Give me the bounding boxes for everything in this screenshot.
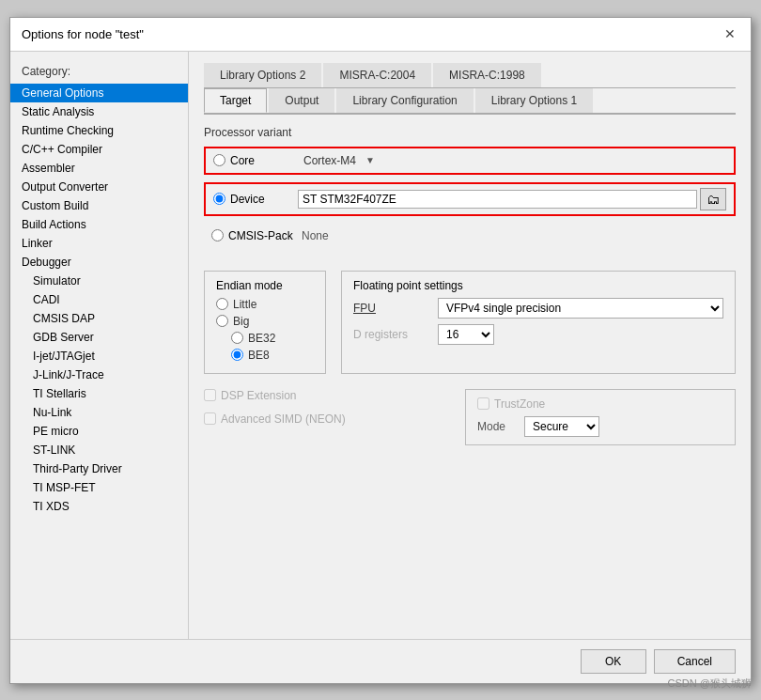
device-radio-label[interactable]: Device	[213, 193, 298, 206]
trustzone-check[interactable]: TrustZone	[477, 397, 723, 411]
device-browse-icon: 🗂	[707, 192, 720, 207]
simd-checkbox[interactable]	[204, 412, 216, 425]
tabs-top: Library Options 2 MISRA-C:2004 MISRA-C:1…	[204, 63, 736, 88]
sidebar-item-gdb-server[interactable]: GDB Server	[10, 328, 188, 347]
close-button[interactable]: ✕	[721, 24, 739, 43]
device-field-row: Device 🗂	[204, 182, 736, 216]
tab-misra-c-2004[interactable]: MISRA-C:2004	[323, 63, 431, 87]
sidebar-item-custom-build[interactable]: Custom Build	[10, 196, 188, 215]
tab-output[interactable]: Output	[269, 88, 334, 113]
sidebar-item-static-analysis[interactable]: Static Analysis	[10, 102, 188, 121]
mode-select[interactable]: Secure	[524, 416, 599, 437]
fpu-row: FPU VFPv4 single precision	[353, 298, 723, 319]
cmsis-label-text: CMSIS-Pack	[228, 229, 293, 242]
sidebar-item-nu-link[interactable]: Nu-Link	[10, 403, 188, 422]
endian-little-item[interactable]: Little	[216, 298, 314, 311]
dsp-simd-group: DSP Extension Advanced SIMD (NEON)	[204, 389, 450, 445]
endian-mode-title: Endian mode	[216, 279, 314, 292]
bottom-row: DSP Extension Advanced SIMD (NEON) Trust…	[204, 389, 736, 445]
sidebar-item-output-converter[interactable]: Output Converter	[10, 178, 188, 196]
sidebar-item-ti-xds[interactable]: TI XDS	[10, 497, 188, 516]
sidebar-item-st-link[interactable]: ST-LINK	[10, 441, 188, 459]
endian-big-item[interactable]: Big	[216, 315, 314, 328]
float-settings-title: Floating point settings	[353, 279, 723, 292]
fpu-select[interactable]: VFPv4 single precision	[438, 298, 723, 319]
endian-be8-item[interactable]: BE8	[231, 349, 314, 362]
cancel-button[interactable]: Cancel	[654, 649, 736, 674]
sidebar-item-assembler[interactable]: Assembler	[10, 159, 188, 178]
dreg-label: D registers	[353, 328, 438, 341]
dialog-title: Options for node "test"	[22, 27, 144, 41]
endian-little-label: Little	[233, 298, 256, 311]
tab-library-options-2[interactable]: Library Options 2	[204, 63, 321, 87]
tabs-bottom: Target Output Library Configuration Libr…	[204, 88, 736, 115]
cmsis-row: CMSIS-Pack None	[204, 224, 736, 248]
left-panel: Category: General Options Static Analysi…	[10, 52, 189, 639]
sidebar-item-linker[interactable]: Linker	[10, 234, 188, 253]
sidebar-item-third-party[interactable]: Third-Party Driver	[10, 459, 188, 478]
dsp-label: DSP Extension	[221, 389, 297, 402]
dialog-footer: OK Cancel	[10, 639, 751, 683]
sidebar-item-cadi[interactable]: CADI	[10, 290, 188, 309]
endian-be8-label: BE8	[248, 349, 270, 362]
dsp-checkbox[interactable]	[204, 389, 216, 401]
processor-variant-label: Processor variant	[204, 126, 736, 139]
cmsis-value: None	[296, 227, 334, 244]
fpu-label: FPU	[353, 302, 438, 315]
tab-library-options-1[interactable]: Library Options 1	[475, 88, 593, 113]
dreg-row: D registers 16	[353, 324, 723, 345]
tab-misra-c-1998[interactable]: MISRA-C:1998	[433, 63, 541, 87]
tab-content: Processor variant Core Cortex-M4 ▼	[204, 126, 736, 628]
trustzone-box: TrustZone Mode Secure	[465, 389, 736, 445]
sidebar-item-pe-micro[interactable]: PE micro	[10, 422, 188, 441]
sidebar-item-cmsis-dap[interactable]: CMSIS DAP	[10, 309, 188, 328]
sidebar-item-ti-stellaris[interactable]: TI Stellaris	[10, 384, 188, 403]
right-panel: Library Options 2 MISRA-C:2004 MISRA-C:1…	[189, 52, 751, 639]
ok-button[interactable]: OK	[581, 649, 646, 674]
device-value-row: 🗂	[298, 188, 726, 210]
sidebar-item-ijet[interactable]: I-jet/JTAGjet	[10, 347, 188, 366]
sidebar-item-debugger[interactable]: Debugger	[10, 253, 188, 272]
core-label-text: Core	[230, 154, 255, 167]
float-settings-box: Floating point settings FPU VFPv4 single…	[341, 271, 736, 374]
mode-label: Mode	[477, 420, 524, 433]
tab-target[interactable]: Target	[204, 88, 267, 113]
dsp-check[interactable]: DSP Extension	[204, 389, 450, 402]
endian-float-row: Endian mode Little Big BE32	[204, 271, 736, 374]
device-radio[interactable]	[213, 193, 225, 205]
core-field-row: Core Cortex-M4 ▼	[204, 147, 736, 175]
sidebar-item-build-actions[interactable]: Build Actions	[10, 215, 188, 234]
core-value-row: Cortex-M4 ▼	[298, 152, 726, 169]
sidebar-item-runtime-checking[interactable]: Runtime Checking	[10, 121, 188, 140]
device-input[interactable]	[298, 190, 697, 209]
core-radio[interactable]	[213, 154, 225, 166]
dialog-body: Category: General Options Static Analysi…	[10, 52, 751, 639]
sidebar-item-general-options[interactable]: General Options	[10, 84, 188, 102]
core-radio-label[interactable]: Core	[213, 154, 298, 167]
device-browse-button[interactable]: 🗂	[700, 188, 726, 210]
device-label-text: Device	[230, 193, 265, 206]
dreg-select[interactable]: 16	[438, 324, 494, 345]
core-dropdown-icon[interactable]: ▼	[365, 155, 375, 165]
endian-be32-item[interactable]: BE32	[231, 332, 314, 345]
simd-check[interactable]: Advanced SIMD (NEON)	[204, 412, 450, 426]
endian-be32-radio[interactable]	[231, 332, 243, 344]
sidebar-item-cpp-compiler[interactable]: C/C++ Compiler	[10, 140, 188, 159]
endian-be8-radio[interactable]	[231, 349, 243, 361]
mode-row: Mode Secure	[477, 416, 723, 437]
sidebar-item-simulator[interactable]: Simulator	[10, 272, 188, 290]
sidebar-item-jlink[interactable]: J-Link/J-Trace	[10, 366, 188, 384]
tab-library-config[interactable]: Library Configuration	[336, 88, 473, 113]
processor-variant-section: Processor variant Core Cortex-M4 ▼	[204, 126, 736, 259]
watermark: CSDN @猴头城狮	[668, 677, 752, 691]
dialog: Options for node "test" ✕ Category: Gene…	[9, 17, 752, 684]
title-bar: Options for node "test" ✕	[10, 18, 751, 52]
cmsis-radio[interactable]	[211, 229, 224, 241]
endian-little-radio[interactable]	[216, 298, 228, 310]
cmsis-radio-label[interactable]: CMSIS-Pack	[211, 229, 296, 242]
endian-big-label: Big	[233, 315, 249, 328]
endian-be32-label: BE32	[248, 332, 275, 345]
sidebar-item-ti-msp-fet[interactable]: TI MSP-FET	[10, 478, 188, 497]
trustzone-checkbox[interactable]	[477, 397, 489, 410]
endian-big-radio[interactable]	[216, 315, 228, 327]
